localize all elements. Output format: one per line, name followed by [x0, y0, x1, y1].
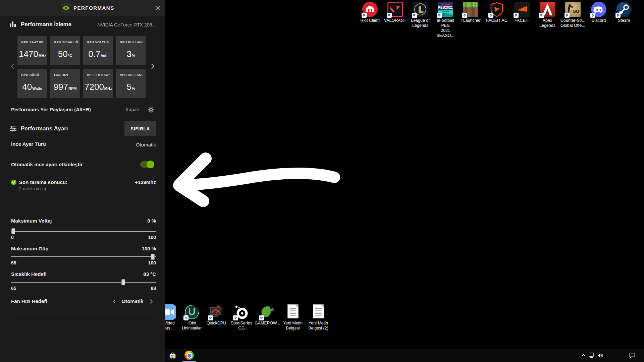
- gpu-name: NVIDIA GeForce RTX 206...: [97, 22, 156, 27]
- stat-tile-gpu-usage: GPU KULLANI... 3%: [116, 36, 146, 65]
- nvidia-performance-panel: PERFORMANS Performans İzleme NVIDIA GeFo…: [0, 0, 165, 362]
- stat-tile-gpu-power: GPU GÜCÜ 40Watts: [17, 69, 47, 98]
- chrome-icon[interactable]: [184, 349, 195, 362]
- share-status: Kapalı: [125, 107, 139, 112]
- stat-tile-memory-clock: BELLEK SAAT ... 7200MHz: [83, 69, 113, 98]
- sliders-icon: [10, 125, 16, 132]
- toggle-knob: [147, 161, 154, 168]
- shortcut-arrow-icon: [514, 13, 519, 18]
- desktop-icon-text-document-2[interactable]: Yeni Metin Belgesi (2): [306, 304, 331, 331]
- slider-track[interactable]: [11, 231, 156, 232]
- icon-label: FACEIT: [509, 18, 535, 23]
- desktop-icon-tlauncher[interactable]: TLauncher: [458, 2, 483, 23]
- desktop-icon-text-document-1[interactable]: Yeni Metin Belgesi: [280, 304, 306, 331]
- shortcut-arrow-icon: [208, 315, 213, 320]
- stat-tile-gpu-temp: GPU SICAKLIĞI 50°C: [50, 36, 80, 65]
- desktop-icon-steelseries-gg[interactable]: SteelSeries GG: [229, 304, 254, 331]
- icon-label: GG: [229, 326, 254, 331]
- reset-button[interactable]: SIFIRLA: [124, 121, 156, 136]
- icon-label: Belgesi (2): [306, 326, 331, 331]
- shortcut-arrow-icon: [539, 13, 544, 18]
- desktop-icon-faceit[interactable]: FACEIT: [509, 2, 535, 23]
- desktop-icon-apex-legends[interactable]: Apex Legends: [535, 2, 560, 28]
- shortcut-arrow-icon: [565, 13, 570, 18]
- icon-label: SteelSeries: [229, 321, 254, 326]
- tray-volume-icon[interactable]: [596, 349, 604, 362]
- icon-label: 2021 SEASO...: [433, 28, 458, 38]
- action-center-icon[interactable]: [628, 349, 637, 362]
- icon-label: Counter-Str...: [560, 18, 586, 23]
- scan-time-ago: (1 dakika önce): [18, 186, 46, 191]
- desktop-icon-discord[interactable]: Discord: [586, 2, 611, 23]
- auto-tune-toggle[interactable]: [140, 161, 154, 168]
- slider-min: 0: [11, 235, 14, 240]
- divider: [11, 119, 156, 119]
- slider-max: 100: [148, 260, 156, 265]
- icon-label: eFootball PES: [433, 18, 458, 28]
- microsoft-store-icon[interactable]: [168, 349, 178, 362]
- tray-network-icon[interactable]: [588, 349, 596, 362]
- tuning-type-label: İnce Ayar Türü: [11, 141, 46, 147]
- icon-label: Riot Client: [357, 18, 383, 23]
- divider: [11, 204, 156, 204]
- check-circle-icon: [11, 180, 16, 185]
- panel-title: PERFORMANS: [73, 5, 114, 11]
- tray-chevron-up-icon[interactable]: [580, 349, 587, 362]
- desktop-icon-league-of-legends[interactable]: League of Legends: [408, 2, 433, 28]
- chevron-right-icon[interactable]: [150, 62, 156, 70]
- bar-chart-icon: [10, 20, 16, 28]
- slider-handle[interactable]: [151, 254, 155, 260]
- icon-label: Apex: [535, 18, 560, 23]
- shortcut-arrow-icon: [590, 13, 595, 18]
- chevron-left-icon[interactable]: [9, 62, 15, 70]
- scan-result-label: Son tarama sonucu:: [19, 179, 67, 185]
- slider-label-temp-target: Sıcaklık Hedefi: [11, 271, 47, 277]
- scan-result-value: +129Mhz: [135, 179, 156, 185]
- icon-label: Steam: [611, 18, 637, 23]
- desktop-icon-gamepower[interactable]: GAMEPOW...: [255, 304, 280, 326]
- desktop-icon-quickcpu[interactable]: QuickCPU: [204, 304, 229, 326]
- desktop-icon-valorant[interactable]: VALORANT: [382, 2, 408, 23]
- nvidia-logo-icon: [61, 3, 70, 12]
- icon-label: Legends: [535, 23, 560, 28]
- fan-target-value[interactable]: Otomatik: [118, 298, 147, 304]
- shortcut-arrow-icon: [615, 13, 621, 18]
- share-label: Performans Yer Paylaşımı (Alt+R): [11, 107, 91, 112]
- auto-tune-label: Otomatik ince ayarı etkinleştir: [11, 162, 83, 167]
- divider: [11, 313, 156, 313]
- desktop-icon-steam[interactable]: Steam: [611, 2, 637, 23]
- slider-handle[interactable]: [121, 279, 125, 285]
- desktop-icon-riot-client[interactable]: Riot Client: [357, 2, 383, 23]
- icon-label: Belgesi: [280, 326, 306, 331]
- icon-label: FACEIT AC: [484, 18, 509, 23]
- shortcut-arrow-icon: [462, 13, 467, 18]
- shortcut-arrow-icon: [259, 315, 264, 320]
- slider-max: 100: [148, 235, 156, 240]
- gear-icon[interactable]: [148, 106, 154, 113]
- desktop-icon-csgo[interactable]: GO Counter-Str... Global Offe...: [560, 2, 586, 28]
- shortcut-arrow-icon: [437, 13, 442, 18]
- slider-track[interactable]: [11, 256, 156, 257]
- icon-label: GAMEPOW...: [255, 321, 280, 326]
- close-icon[interactable]: [153, 4, 162, 12]
- slider-max: 88: [151, 286, 156, 291]
- slider-track[interactable]: [11, 282, 156, 283]
- tuning-type-value[interactable]: Otomatik: [136, 142, 156, 147]
- icon-label: TLauncher: [458, 18, 483, 23]
- stepper-right-icon[interactable]: [149, 298, 154, 304]
- icon-label: Discord: [586, 18, 611, 23]
- stat-tile-gpu-clock: GPU SAAT FR... 1470MHz: [17, 36, 47, 65]
- icon-label: VALORANT: [382, 18, 408, 23]
- slider-label-max-power: Maksimum Güç: [11, 246, 48, 251]
- icon-label: IObit: [179, 321, 205, 326]
- icon-label: Legends: [408, 23, 433, 28]
- slider-min: 68: [11, 260, 16, 265]
- desktop-icon-iobit-uninstaller[interactable]: IObit Uninstaller: [179, 304, 205, 331]
- desktop-icon-efootball-pes[interactable]: eFootballPES2021SEASON UPDATE eFootball …: [433, 2, 458, 38]
- icon-label: QuickCPU: [204, 321, 229, 326]
- stepper-left-icon[interactable]: [111, 298, 117, 304]
- text-document-icon: [311, 304, 326, 318]
- slider-handle[interactable]: [11, 228, 15, 234]
- desktop-icon-faceit-ac[interactable]: FACEIT AC: [484, 2, 509, 23]
- stat-tile-cpu-usage: CPU KULLANI... 5%: [116, 69, 146, 98]
